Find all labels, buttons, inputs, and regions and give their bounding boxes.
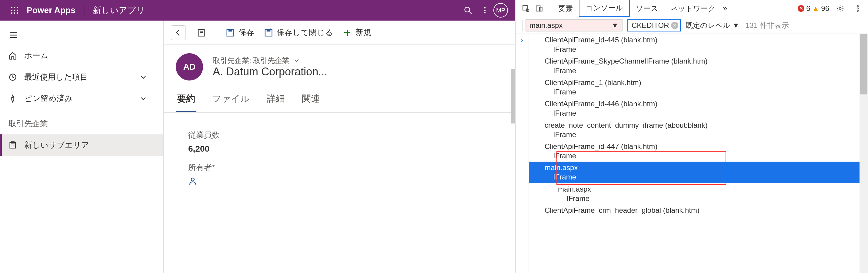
svg-point-5 <box>17 10 18 11</box>
warning-badge-icon[interactable]: ▲ <box>812 4 819 13</box>
user-avatar[interactable]: MP <box>493 3 508 18</box>
clear-filter-icon[interactable]: ✕ <box>671 22 678 29</box>
svg-point-38 <box>857 7 858 9</box>
frame-row[interactable]: ClientApiFrame_id-447 (blank.htm)IFrame <box>529 140 860 162</box>
divider <box>84 4 84 16</box>
device-icon[interactable] <box>532 2 546 15</box>
nav-label: ピン留め済み <box>24 93 73 104</box>
app-launcher-icon[interactable] <box>7 3 22 18</box>
tab-related[interactable]: 関連 <box>301 89 321 112</box>
field-value-owner[interactable] <box>188 176 491 185</box>
record-name: A. Datum Corporation... <box>213 65 327 78</box>
error-count: 6 <box>806 4 810 13</box>
cmd-label: 保存して閉じる <box>277 27 333 38</box>
chevron-down-icon <box>139 95 148 103</box>
svg-point-13 <box>484 12 486 13</box>
scrollbar[interactable] <box>860 34 868 273</box>
console-prompt-icon[interactable]: › <box>516 34 529 273</box>
frame-row[interactable]: main.aspxIFrame <box>529 162 860 183</box>
error-badge-icon[interactable]: ✕ <box>798 5 804 12</box>
filter-input[interactable]: CKEDITOR ✕ <box>627 20 681 32</box>
tab-summary[interactable]: 要約 <box>176 89 196 112</box>
svg-point-1 <box>14 7 16 8</box>
nav-label: 新しいサブエリア <box>24 140 89 150</box>
svg-point-32 <box>191 178 194 181</box>
nav-section-label: 取引先企業 <box>0 109 163 134</box>
svg-point-11 <box>484 7 486 9</box>
devtab-elements[interactable]: 要素 <box>552 0 579 17</box>
form-icon[interactable] <box>194 26 209 40</box>
frame-row[interactable]: ClientApiFrame_1 (blank.htm)IFrame <box>529 76 860 98</box>
frame-row[interactable]: ClientApiFrame_id-446 (blank.htm)IFrame <box>529 98 860 119</box>
gear-icon[interactable] <box>833 2 847 15</box>
search-icon[interactable] <box>460 2 476 19</box>
scrollbar-thumb[interactable] <box>860 34 867 95</box>
level-selector[interactable]: 既定のレベル ▼ <box>686 21 740 30</box>
devtab-more[interactable]: » <box>723 4 727 13</box>
divider <box>220 26 220 39</box>
chevron-down-icon <box>139 73 148 81</box>
svg-point-31 <box>499 34 500 36</box>
svg-point-7 <box>14 12 16 14</box>
svg-rect-24 <box>228 29 232 32</box>
divider <box>549 3 549 14</box>
record-type-selector[interactable]: 取引先企業: 取引先企業 <box>213 56 327 65</box>
svg-point-0 <box>11 7 12 8</box>
hamburger-icon[interactable] <box>0 27 163 45</box>
svg-point-29 <box>499 29 500 31</box>
dropdown-icon: ▼ <box>611 21 619 30</box>
field-label-owner: 所有者* <box>188 162 491 173</box>
nav-new-subarea[interactable]: 新しいサブエリア <box>0 134 163 156</box>
svg-point-2 <box>17 7 18 8</box>
save-button[interactable]: 保存 <box>226 27 254 38</box>
save-close-button[interactable]: 保存して閉じる <box>264 27 333 38</box>
svg-point-4 <box>14 10 16 11</box>
svg-point-9 <box>465 7 470 12</box>
svg-point-30 <box>499 32 500 33</box>
warning-count: 96 <box>821 4 829 13</box>
nav-home[interactable]: ホーム <box>0 45 163 66</box>
context-selector[interactable]: main.aspx ▼ <box>526 20 622 32</box>
kebab-icon[interactable] <box>851 2 864 15</box>
context-value: main.aspx <box>529 21 562 30</box>
svg-point-12 <box>484 10 486 11</box>
overflow-icon[interactable] <box>491 24 508 41</box>
devtab-sources[interactable]: ソース <box>630 0 664 17</box>
new-button[interactable]: 新規 <box>343 27 371 38</box>
inspect-icon[interactable] <box>519 2 532 15</box>
filter-value: CKEDITOR <box>631 21 669 30</box>
svg-rect-26 <box>267 29 271 32</box>
more-icon[interactable] <box>476 2 493 19</box>
svg-line-10 <box>469 11 472 14</box>
tab-files[interactable]: ファイル <box>211 89 251 112</box>
record-type-label: 取引先企業: 取引先企業 <box>213 56 289 65</box>
form-card: 従業員数 6,200 所有者* <box>176 120 503 193</box>
tab-details[interactable]: 詳細 <box>266 89 286 112</box>
field-value-employees[interactable]: 6,200 <box>188 144 491 154</box>
chevron-down-icon <box>293 57 300 64</box>
hidden-count: 131 件非表示 <box>746 21 789 30</box>
svg-point-36 <box>839 7 841 9</box>
scrollbar-thumb[interactable] <box>511 69 515 124</box>
devtab-network[interactable]: ネットワーク <box>664 0 722 17</box>
frame-row[interactable]: ClientApiFrame_crm_header_global (blank.… <box>529 204 860 216</box>
nav-recent[interactable]: 最近使用した項目 <box>0 66 163 88</box>
nav-label: ホーム <box>24 50 49 61</box>
nav-pinned[interactable]: ピン留め済み <box>0 88 163 109</box>
field-label-employees: 従業員数 <box>188 130 491 140</box>
record-avatar: AD <box>176 53 203 80</box>
frame-row[interactable]: ClientApiFrame_SkypeChannelIFrame (blank… <box>529 55 860 76</box>
frame-row[interactable]: main.aspxIFrame <box>529 183 860 204</box>
nav-label: 最近使用した項目 <box>24 72 88 82</box>
frame-row[interactable]: create_note_content_dummy_iframe (about:… <box>529 119 860 140</box>
cmd-label: 保存 <box>239 27 254 38</box>
back-button[interactable] <box>171 26 185 40</box>
svg-point-6 <box>11 12 12 14</box>
svg-point-8 <box>17 12 18 14</box>
devtab-console[interactable]: コンソール <box>579 0 630 17</box>
brand-label: Power Apps <box>27 5 75 15</box>
svg-point-3 <box>11 10 12 11</box>
cmd-label: 新規 <box>355 27 371 38</box>
svg-point-39 <box>857 10 858 11</box>
frame-row[interactable]: ClientApiFrame_id-445 (blank.htm)IFrame <box>529 34 860 55</box>
